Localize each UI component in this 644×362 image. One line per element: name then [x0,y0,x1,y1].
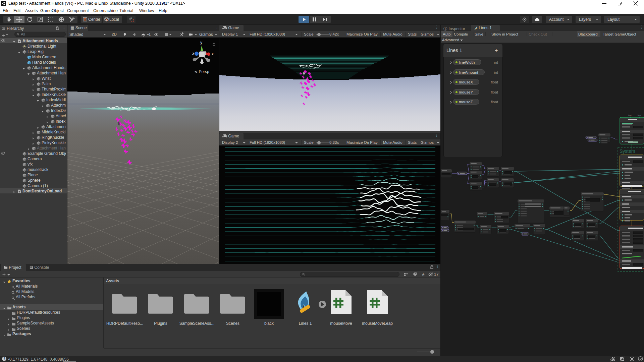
svg-text:Start: Start [628,114,632,116]
svg-text:z: z [192,51,194,56]
svg-text:System: System [620,148,635,154]
svg-text:y: y [200,40,202,45]
svg-text:Stop: Stop [637,114,641,116]
svg-text:x: x [212,52,214,56]
